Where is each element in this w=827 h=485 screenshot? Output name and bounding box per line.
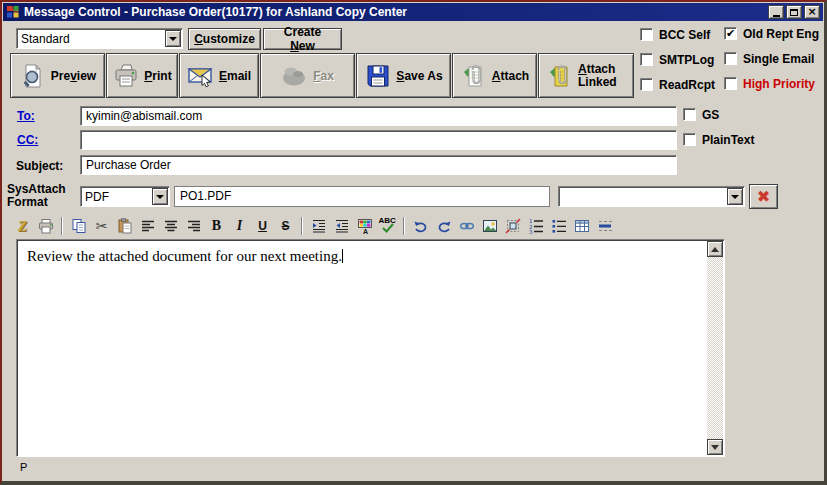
underline-icon: U xyxy=(258,219,267,233)
horizontal-rule-button[interactable] xyxy=(594,216,615,236)
align-center-button[interactable] xyxy=(160,216,181,236)
preview-button[interactable]: Preview xyxy=(10,53,105,98)
fax-label: Fax xyxy=(313,69,334,83)
scroll-down-button[interactable] xyxy=(707,439,723,455)
insert-image-button[interactable] xyxy=(479,216,500,236)
sysattach-format-value: PDF xyxy=(85,190,149,204)
checkbox-single-email[interactable]: Single Email xyxy=(724,52,819,65)
numbered-list-button[interactable]: 1 2 3 xyxy=(525,216,546,236)
attach-icon xyxy=(460,62,488,90)
indent-increase-button[interactable] xyxy=(308,216,329,236)
cc-input[interactable] xyxy=(80,130,677,150)
bullet-list-button[interactable] xyxy=(548,216,569,236)
customize-button[interactable]: Customize xyxy=(188,28,261,50)
checkbox-box xyxy=(724,52,737,65)
cut-button[interactable]: ✂ xyxy=(91,216,112,236)
print-body-button[interactable] xyxy=(35,216,56,236)
redo-button[interactable] xyxy=(433,216,454,236)
save-as-button[interactable]: Save As xyxy=(356,53,451,98)
maximize-button[interactable] xyxy=(786,5,802,19)
formatting-toolbar: Z ✂ xyxy=(12,215,615,237)
indent-increase-icon xyxy=(311,218,327,234)
attach-label: Attach xyxy=(492,69,529,83)
customize-label: Customize xyxy=(194,32,255,46)
strikethrough-button[interactable]: S xyxy=(275,216,296,236)
scroll-up-button[interactable] xyxy=(707,241,723,257)
window-title: Message Control - Purchase Order(10177) … xyxy=(24,5,764,19)
checkbox-high-priority[interactable]: High Priority xyxy=(724,77,819,90)
indent-decrease-button[interactable] xyxy=(331,216,352,236)
sysattach-format-label: SysAttach Format xyxy=(7,183,66,209)
spellcheck-button[interactable]: ABC xyxy=(377,216,398,236)
linked-attachment-combobox[interactable] xyxy=(558,186,745,207)
undo-button[interactable] xyxy=(410,216,431,236)
create-new-button[interactable]: Create New xyxy=(263,28,342,50)
align-left-icon xyxy=(140,218,156,234)
subject-input[interactable] xyxy=(80,155,677,175)
insert-table-icon xyxy=(574,218,590,234)
checkbox-smtplog[interactable]: SMTPLog xyxy=(640,53,715,66)
print-label: Print xyxy=(144,69,171,83)
template-style-button[interactable]: Z xyxy=(12,216,33,236)
cut-icon: ✂ xyxy=(96,218,108,234)
align-left-button[interactable] xyxy=(137,216,158,236)
template-dropdown-button[interactable] xyxy=(165,30,181,47)
insert-table-button[interactable] xyxy=(571,216,592,236)
italic-button[interactable]: I xyxy=(229,216,250,236)
sysattach-format-dropdown-button[interactable] xyxy=(152,188,168,205)
app-icon xyxy=(6,5,20,19)
status-text: P xyxy=(20,461,27,473)
spellcheck-icon: ABC xyxy=(379,217,397,235)
checkbox-gs[interactable]: GS xyxy=(683,108,719,121)
title-bar[interactable]: Message Control - Purchase Order(10177) … xyxy=(3,3,823,21)
preview-icon xyxy=(19,62,47,90)
toolbar-separator xyxy=(403,217,405,235)
hyperlink-button[interactable] xyxy=(456,216,477,236)
checkbox-box xyxy=(724,77,737,90)
attach-linked-icon xyxy=(546,62,574,90)
svg-text:3: 3 xyxy=(529,229,533,235)
attach-linked-button[interactable]: Attach Linked xyxy=(538,53,634,98)
checkbox-old-rept-eng[interactable]: ✔ Old Rept Eng xyxy=(724,27,819,40)
chevron-down-icon xyxy=(731,195,739,199)
copy-button[interactable] xyxy=(68,216,89,236)
align-center-icon xyxy=(163,218,179,234)
linked-attachment-dropdown-button[interactable] xyxy=(727,188,743,205)
print-icon xyxy=(38,218,54,234)
resize-image-button[interactable] xyxy=(502,216,523,236)
checkbox-box: ✔ xyxy=(724,27,737,40)
align-right-button[interactable] xyxy=(183,216,204,236)
attach-button[interactable]: Attach xyxy=(452,53,537,98)
to-input[interactable] xyxy=(80,106,677,126)
font-color-button[interactable]: A xyxy=(354,216,375,236)
strikethrough-icon: S xyxy=(281,219,289,233)
email-label: Email xyxy=(219,69,251,83)
checkbox-bcc-self[interactable]: BCC Self xyxy=(640,28,715,41)
subject-label: Subject: xyxy=(16,159,63,173)
insert-image-icon xyxy=(482,218,498,234)
template-combobox[interactable]: Standard xyxy=(16,28,183,49)
bullet-list-icon xyxy=(551,218,567,234)
chevron-down-icon xyxy=(156,195,164,199)
underline-button[interactable]: U xyxy=(252,216,273,236)
cc-link[interactable]: CC: xyxy=(17,133,38,147)
message-body-editor[interactable]: Review the attached document for our nex… xyxy=(16,239,725,457)
minimize-button[interactable] xyxy=(768,5,784,19)
checkbox-readrcpt[interactable]: ReadRcpt xyxy=(640,78,715,91)
create-new-label: Create New xyxy=(270,25,335,53)
close-button[interactable]: × xyxy=(804,5,820,19)
sysattach-format-combobox[interactable]: PDF xyxy=(80,186,170,207)
paste-button[interactable] xyxy=(114,216,135,236)
bold-button[interactable]: B xyxy=(206,216,227,236)
vertical-scrollbar[interactable] xyxy=(707,241,723,455)
checkbox-plaintext[interactable]: PlainText xyxy=(683,133,754,146)
fax-button[interactable]: Fax xyxy=(260,53,355,98)
toolbar-separator xyxy=(61,217,63,235)
email-button[interactable]: Email xyxy=(179,53,259,98)
resize-image-icon xyxy=(505,218,521,234)
remove-attachment-button[interactable]: ✖ xyxy=(749,184,778,209)
to-link[interactable]: To: xyxy=(17,109,35,123)
print-button[interactable]: Print xyxy=(106,53,178,98)
print-icon xyxy=(112,62,140,90)
save-icon xyxy=(364,62,392,90)
